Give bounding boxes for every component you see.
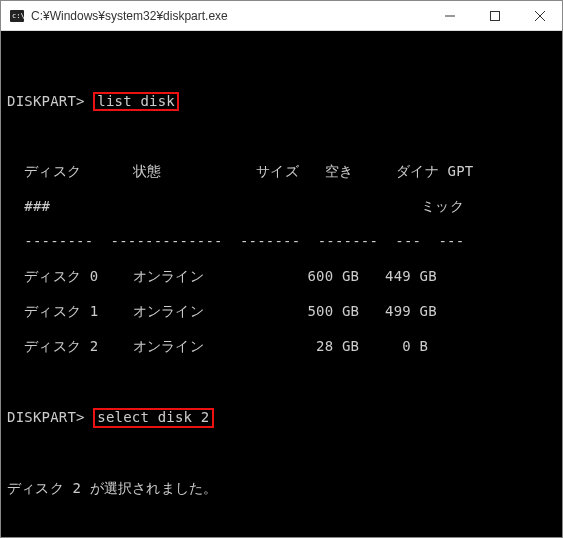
window-title: C:¥Windows¥system32¥diskpart.exe bbox=[31, 9, 427, 23]
cmd-list-disk: list disk bbox=[93, 92, 179, 111]
th-state: 状態 bbox=[133, 163, 161, 179]
window-controls bbox=[427, 1, 562, 30]
app-icon: c:\ bbox=[9, 8, 25, 24]
th-dyn2: ミック bbox=[421, 198, 464, 214]
terminal-window: c:\ C:¥Windows¥system32¥diskpart.exe DIS… bbox=[0, 0, 563, 538]
terminal-output[interactable]: DISKPART> list disk ディスク 状態 サイズ 空き ダイナ G… bbox=[1, 31, 562, 537]
disk-divider: -------- ------------- ------- ------- -… bbox=[7, 233, 556, 251]
th-hash: ### bbox=[24, 198, 50, 214]
minimize-button[interactable] bbox=[427, 1, 472, 30]
th-size: サイズ bbox=[256, 163, 299, 179]
table-row: ディスク 0 オンライン 600 GB 449 GB bbox=[7, 268, 556, 286]
th-dyn1: ダイナ bbox=[396, 163, 439, 179]
th-free: 空き bbox=[325, 163, 353, 179]
maximize-button[interactable] bbox=[472, 1, 517, 30]
msg-disk-selected: ディスク 2 が選択されました。 bbox=[7, 480, 556, 498]
prompt: DISKPART> bbox=[7, 93, 85, 109]
svg-text:c:\: c:\ bbox=[12, 12, 25, 20]
prompt: DISKPART> bbox=[7, 409, 85, 425]
table-row: ディスク 2 オンライン 28 GB 0 B bbox=[7, 338, 556, 356]
table-row: ディスク 1 オンライン 500 GB 499 GB bbox=[7, 303, 556, 321]
svg-rect-3 bbox=[490, 11, 499, 20]
titlebar[interactable]: c:\ C:¥Windows¥system32¥diskpart.exe bbox=[1, 1, 562, 31]
cmd-select-disk: select disk 2 bbox=[93, 408, 213, 427]
close-button[interactable] bbox=[517, 1, 562, 30]
th-disk: ディスク bbox=[24, 163, 81, 179]
th-gpt: GPT bbox=[448, 163, 474, 179]
